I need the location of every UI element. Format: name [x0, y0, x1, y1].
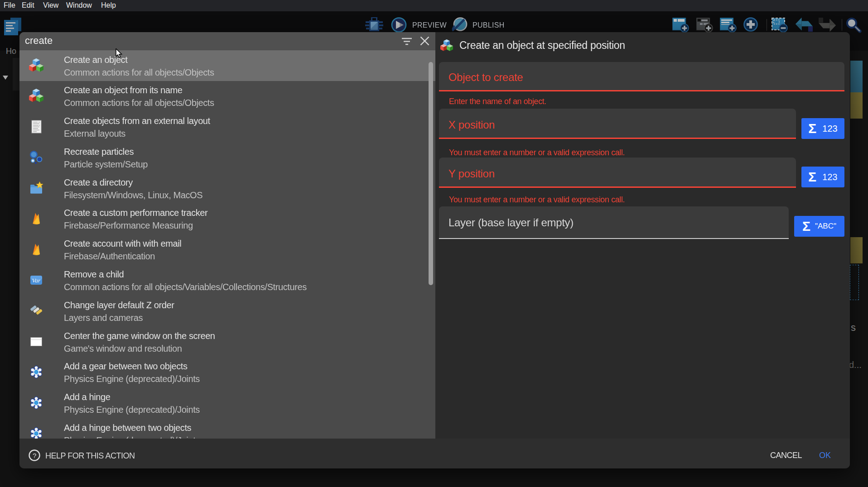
- svg-text:?: ?: [33, 452, 36, 459]
- svg-text:Var: Var: [32, 277, 41, 284]
